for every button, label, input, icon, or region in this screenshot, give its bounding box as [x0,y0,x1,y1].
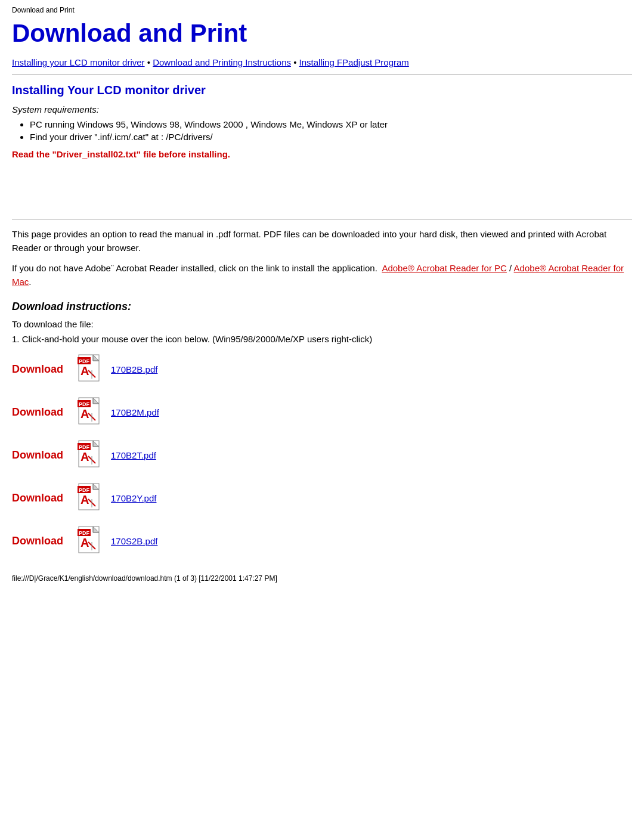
download-file-link-2[interactable]: 170B2T.pdf [111,450,156,460]
list-item: PC running Windows 95, Windows 98, Windo… [30,119,632,129]
pdf-intro-paragraph: This page provides an option to read the… [12,228,632,255]
download-file-link-0[interactable]: 170B2B.pdf [111,364,157,374]
svg-text:PDF: PDF [79,401,90,407]
nav-link-fpadjust[interactable]: Installing FPadjust Program [299,57,409,67]
svg-text:A: A [80,364,89,377]
download-file-link-3[interactable]: 170B2Y.pdf [111,493,156,503]
download-item-3: Download PDF A 170B2Y.pdf [12,482,632,513]
pdf-icon-4: PDF A [78,525,105,556]
svg-text:PDF: PDF [79,487,90,493]
download-instructions-title: Download instructions: [12,301,632,313]
page-title: Download and Print [12,19,632,48]
nav-separator-2: • [293,57,299,67]
nav-link-lcd-driver[interactable]: Installing your LCD monitor driver [12,57,145,67]
download-item-2: Download PDF A 170B2T.pdf [12,439,632,470]
pdf-icon-2: PDF A [78,439,105,470]
svg-text:A: A [80,450,89,463]
requirements-list: PC running Windows 95, Windows 98, Windo… [30,119,632,142]
acrobat-intro-text: If you do not have Adobe¨ Acrobat Reader… [12,263,377,273]
period: . [29,277,31,287]
nav-link-download-printing[interactable]: Download and Printing Instructions [153,57,291,67]
svg-text:PDF: PDF [79,444,90,450]
status-bar: file:///D|/Grace/K1/english/download/dow… [12,574,632,583]
pdf-icon-0: PDF A [78,354,105,385]
lcd-driver-section-title: Installing Your LCD monitor driver [12,83,632,97]
download-item-0: Download PDF A 170B2B.pdf [12,354,632,385]
top-divider [12,75,632,75]
download-label-3: Download [12,492,78,504]
download-step-1: 1. Click-and-hold your mouse over the ic… [12,334,632,344]
browser-title: Download and Print [12,6,632,14]
download-label-2: Download [12,449,78,462]
svg-text:PDF: PDF [79,530,90,536]
section-spacer [12,165,632,213]
svg-text:A: A [80,493,89,506]
system-req-label: System requirements: [12,104,632,114]
link-separator: / [507,263,514,273]
nav-links: Installing your LCD monitor driver • Dow… [12,57,632,67]
warning-text: Read the "Driver_install02.txt" file bef… [12,149,632,159]
svg-text:A: A [80,407,89,420]
download-label-1: Download [12,406,78,419]
download-label-4: Download [12,535,78,547]
acrobat-links-paragraph: If you do not have Adobe¨ Acrobat Reader… [12,262,632,289]
svg-text:A: A [80,536,89,549]
download-item-1: Download PDF A 170B2M.pdf [12,397,632,428]
pdf-icon-3: PDF A [78,482,105,513]
download-intro: To download the file: [12,319,632,329]
download-item-4: Download PDF A 170S2B.pdf [12,525,632,556]
nav-separator-1: • [147,57,153,67]
download-file-link-1[interactable]: 170B2M.pdf [111,407,159,417]
pdf-icon-1: PDF A [78,397,105,428]
download-file-link-4[interactable]: 170S2B.pdf [111,536,157,546]
middle-divider [12,219,632,219]
download-label-0: Download [12,363,78,376]
acrobat-pc-link[interactable]: Adobe® Acrobat Reader for PC [382,263,507,273]
svg-text:PDF: PDF [79,358,90,364]
list-item: Find your driver ".inf/.icm/.cat" at : /… [30,132,632,142]
